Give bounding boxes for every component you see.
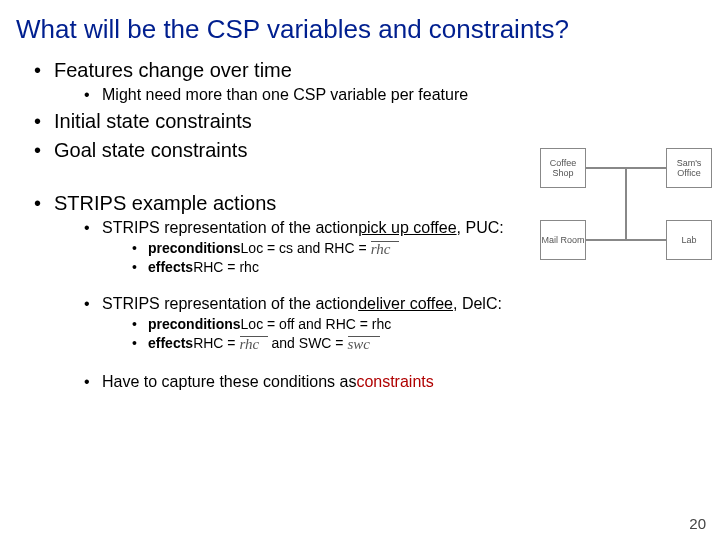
bullet-features: Features change over time Might need mor… [34, 59, 720, 104]
delc-preconditions: preconditions Loc = off and RHC = rhc [132, 316, 720, 332]
math-symbol: rhc [371, 243, 399, 256]
corridor [625, 167, 627, 241]
label: effects [148, 259, 193, 275]
text: Features change over time [54, 59, 292, 81]
text: STRIPS example actions [54, 192, 276, 214]
overline-math: swc [348, 336, 380, 351]
room-mail-room: Mail Room [540, 220, 586, 260]
text: , PUC: [457, 219, 504, 237]
text: Have to capture these conditions as [102, 373, 356, 391]
text: Loc = cs and RHC = [241, 240, 367, 256]
room-coffee-shop: Coffee Shop [540, 148, 586, 188]
map-diagram: Coffee Shop Sam's Office Mail Room Lab [540, 148, 712, 260]
text: STRIPS representation of the action [102, 295, 358, 313]
puc-effects: effects RHC = rhc [132, 259, 720, 275]
bullet-list: Features change over time Might need mor… [34, 59, 720, 162]
slide-title: What will be the CSP variables and const… [16, 14, 714, 45]
text: Loc = off and RHC = rhc [241, 316, 392, 332]
bullet-initial: Initial state constraints [34, 110, 720, 133]
bullet-delc: STRIPS representation of the action deli… [84, 295, 720, 351]
action-name: pick up coffee [358, 219, 456, 237]
text: STRIPS representation of the action [102, 219, 358, 237]
highlight: constraints [356, 373, 433, 391]
text: RHC = [193, 335, 235, 351]
page-number: 20 [689, 515, 706, 532]
bullet-features-sub: Might need more than one CSP variable pe… [84, 86, 720, 104]
room-sams-office: Sam's Office [666, 148, 712, 188]
action-name: deliver coffee [358, 295, 453, 313]
overline-math: rhc [371, 241, 399, 256]
text: RHC = rhc [193, 259, 259, 275]
math-symbol: swc [348, 338, 380, 351]
overline-math: rhc [240, 336, 268, 351]
math-symbol: rhc [240, 338, 268, 351]
delc-effects: effects RHC = rhc and SWC = swc [132, 335, 720, 351]
bullet-capture: Have to capture these conditions as cons… [84, 373, 720, 391]
text: and SWC = [272, 335, 344, 351]
text: , DelC: [453, 295, 502, 313]
room-lab: Lab [666, 220, 712, 260]
label: preconditions [148, 316, 241, 332]
label: preconditions [148, 240, 241, 256]
label: effects [148, 335, 193, 351]
